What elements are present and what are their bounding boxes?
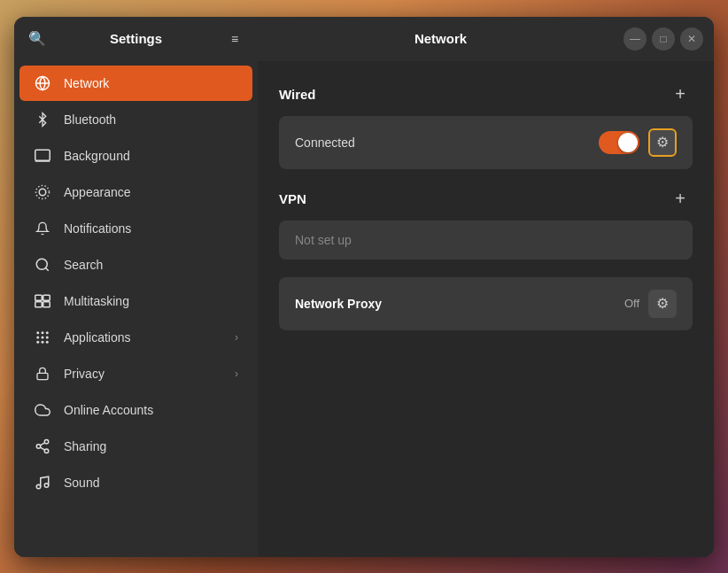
maximize-button[interactable]: □ [652,27,675,50]
vpn-add-button[interactable]: + [668,187,693,212]
vpn-card: Not set up [279,221,693,259]
applications-icon [34,329,51,346]
sidebar-label-notifications: Notifications [64,221,131,236]
window-title: Network [414,31,467,46]
sidebar: Network Bluetooth Background [14,61,258,557]
privacy-icon [34,365,51,383]
sidebar-item-online-accounts[interactable]: Online Accounts [19,392,252,428]
notifications-icon [34,220,51,237]
wired-title: Wired [279,87,316,102]
minimize-button[interactable]: — [623,27,647,50]
sound-icon [34,474,51,492]
svg-point-13 [46,331,49,334]
content-area: Wired + Connected ⚙ [258,61,714,557]
sidebar-label-network: Network [64,76,109,90]
svg-point-14 [36,336,39,338]
svg-rect-8 [43,295,50,300]
sidebar-item-background[interactable]: Background [19,138,252,174]
sidebar-title: Settings [58,31,213,46]
sidebar-label-appearance: Appearance [64,185,131,199]
vpn-not-set-label: Not set up [295,233,352,247]
background-icon [34,147,51,165]
vpn-header: VPN + [279,187,693,212]
svg-point-17 [36,340,39,343]
vpn-section: VPN + Not set up [279,187,693,259]
svg-point-26 [36,484,41,489]
wired-gear-icon: ⚙ [656,134,669,151]
svg-point-18 [42,340,44,343]
sidebar-item-appearance[interactable]: Appearance [19,174,252,210]
svg-point-15 [42,336,44,338]
svg-point-11 [36,331,39,334]
close-button[interactable]: ✕ [680,27,703,50]
proxy-card-right: Off ⚙ [624,290,677,318]
sidebar-item-bluetooth[interactable]: Bluetooth [19,102,252,137]
sidebar-label-background: Background [64,149,130,163]
appearance-icon [34,183,51,201]
settings-window: 🔍 Settings ≡ Network — □ ✕ [14,17,714,557]
sidebar-label-sound: Sound [64,476,99,490]
wired-settings-button[interactable]: ⚙ [648,128,677,157]
sidebar-item-network[interactable]: Network [19,66,252,101]
sidebar-label-multitasking: Multitasking [64,294,129,308]
sidebar-label-privacy: Privacy [64,367,105,381]
privacy-chevron: › [235,368,238,380]
proxy-title: Network Proxy [295,297,382,311]
svg-point-22 [36,444,41,448]
svg-rect-1 [35,150,50,160]
svg-point-27 [44,483,49,487]
search-sidebar-icon [34,256,51,274]
titlebar-center: Network [258,31,623,46]
online-accounts-icon [34,401,51,419]
main-content: Network Bluetooth Background [14,61,714,557]
svg-rect-20 [37,373,48,379]
sidebar-item-sharing[interactable]: Sharing [19,429,252,464]
svg-line-25 [40,442,44,445]
proxy-status: Off [624,297,639,310]
wired-status-label: Connected [295,136,355,150]
sidebar-label-online-accounts: Online Accounts [64,403,153,417]
sidebar-label-search: Search [64,258,103,272]
sidebar-item-search[interactable]: Search [19,247,252,283]
sidebar-item-privacy[interactable]: Privacy › [19,356,252,391]
sidebar-item-notifications[interactable]: Notifications [19,211,252,246]
proxy-card: Network Proxy Off ⚙ [279,277,693,330]
sidebar-item-multitasking[interactable]: Multitasking [19,283,252,319]
hamburger-icon: ≡ [231,32,238,46]
search-icon: 🔍 [28,30,46,47]
proxy-section: Network Proxy Off ⚙ [279,277,693,330]
sidebar-label-bluetooth: Bluetooth [64,112,116,127]
bluetooth-icon [34,111,51,128]
wired-header: Wired + [279,82,693,107]
window-controls: — □ ✕ [623,27,714,50]
wired-section: Wired + Connected ⚙ [279,82,693,169]
wired-card-right: ⚙ [599,128,677,157]
wired-toggle-knob [618,133,638,152]
wired-toggle[interactable] [599,131,639,154]
sidebar-label-applications: Applications [64,330,131,345]
wired-card: Connected ⚙ [279,116,693,169]
svg-point-21 [44,439,49,444]
search-button[interactable]: 🔍 [25,27,50,51]
applications-chevron: › [235,331,238,344]
svg-rect-9 [35,301,43,306]
titlebar: 🔍 Settings ≡ Network — □ ✕ [14,17,714,61]
wired-add-button[interactable]: + [668,82,693,107]
svg-point-19 [46,340,49,343]
svg-line-24 [40,447,44,450]
svg-point-4 [36,185,50,198]
sidebar-item-sound[interactable]: Sound [19,465,252,500]
proxy-gear-icon: ⚙ [656,295,669,312]
proxy-settings-button[interactable]: ⚙ [648,290,677,318]
sidebar-item-applications[interactable]: Applications › [19,320,252,355]
svg-rect-7 [35,295,43,300]
svg-point-16 [46,336,49,338]
sidebar-label-sharing: Sharing [64,439,106,453]
network-icon [34,74,51,92]
titlebar-left: 🔍 Settings ≡ [14,17,258,61]
svg-point-5 [36,259,47,269]
menu-button[interactable]: ≡ [222,27,247,51]
svg-point-12 [42,331,44,334]
wired-toggle-container[interactable] [599,131,639,154]
sharing-icon [34,437,51,455]
